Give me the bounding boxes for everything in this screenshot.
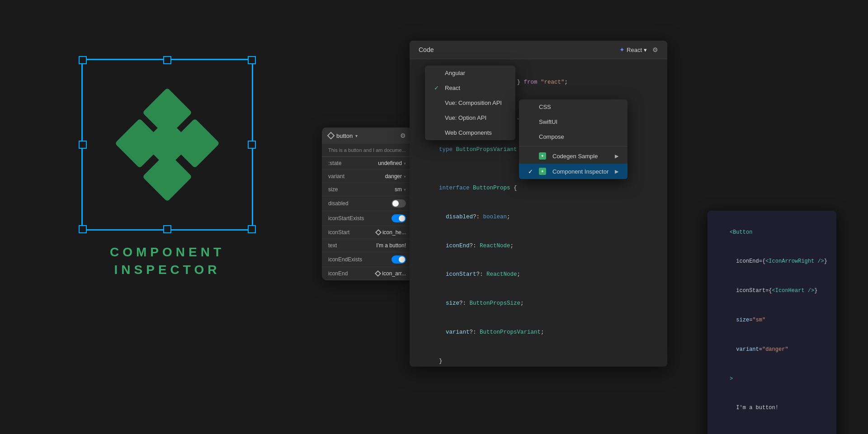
dropdown-label-angular: Angular bbox=[445, 70, 465, 76]
check-icon-selected: ✓ bbox=[528, 168, 535, 175]
prop-disabled-label: disabled bbox=[328, 200, 349, 207]
snippet-line-5: variant="danger" bbox=[717, 335, 827, 364]
prop-icon-end-exists-label: iconEndExists bbox=[328, 256, 362, 263]
icon-start-exists-toggle[interactable] bbox=[392, 214, 406, 222]
prop-state-label: :state bbox=[328, 160, 341, 166]
codegen-dropdown: CSS SwiftUI Compose ✦ Codegen Sample ▶ ✓… bbox=[519, 99, 627, 179]
dropdown-label-css: CSS bbox=[539, 104, 551, 110]
snippet-line-8: </Button> bbox=[717, 423, 827, 434]
snippet-line-6: > bbox=[717, 364, 827, 394]
corner-handle-br[interactable] bbox=[248, 225, 256, 233]
corner-handle-bm[interactable] bbox=[163, 225, 171, 233]
snippet-line-4: size="sm" bbox=[717, 306, 827, 335]
prop-size[interactable]: size sm ▾ bbox=[322, 183, 412, 196]
code-header: Code ✦ React ▾ ⚙ bbox=[410, 41, 667, 59]
chevron-down-icon: ▾ bbox=[404, 161, 406, 166]
dropdown-label-compose: Compose bbox=[539, 133, 564, 140]
check-icon bbox=[434, 99, 441, 106]
disabled-toggle[interactable] bbox=[392, 199, 406, 208]
dropdown-item-css[interactable]: CSS bbox=[519, 99, 627, 114]
code-line-12: } bbox=[419, 347, 658, 367]
corner-handle-ml[interactable] bbox=[79, 141, 87, 149]
prop-state[interactable]: :state undefined ▾ bbox=[322, 157, 412, 170]
prop-state-value[interactable]: undefined ▾ bbox=[378, 160, 406, 166]
dropdown-label-web-components: Web Components bbox=[445, 129, 492, 136]
dropdown-label-react: React bbox=[445, 85, 460, 91]
dropdown-item-compose[interactable]: Compose bbox=[519, 129, 627, 144]
dropdown-item-codegen-sample[interactable]: ✦ Codegen Sample ▶ bbox=[519, 148, 627, 164]
logo-area: COMPONENT INSPECTOR bbox=[72, 59, 262, 278]
prop-icon-start-value[interactable]: icon_he... bbox=[376, 229, 406, 236]
code-header-right: ✦ React ▾ ⚙ bbox=[619, 46, 658, 53]
snippet-line-3: iconStart={<IconHeart />} bbox=[717, 277, 827, 306]
code-line-11: variant?: ButtonPropsVariant; bbox=[419, 318, 658, 347]
snippet-line-7: I'm a button! bbox=[717, 394, 827, 423]
snippet-line-1: <Button bbox=[717, 218, 827, 247]
dropdown-label-swiftui: SwiftUI bbox=[539, 118, 557, 125]
code-settings-icon[interactable]: ⚙ bbox=[652, 46, 658, 53]
check-spacer bbox=[528, 153, 535, 160]
prop-size-value[interactable]: sm ▾ bbox=[395, 186, 406, 193]
plugin-icon-codegen: ✦ bbox=[539, 152, 546, 160]
code-line-9: iconStart?: ReactNode; bbox=[419, 260, 658, 289]
props-doc: This is a button and I am docume... bbox=[322, 144, 412, 157]
dropdown-item-swiftui[interactable]: SwiftUI bbox=[519, 114, 627, 129]
chevron-down-icon: ▾ bbox=[644, 47, 647, 53]
prop-icon-end-value[interactable]: icon_arr... bbox=[376, 270, 406, 277]
corner-handle-tr[interactable] bbox=[248, 56, 256, 64]
check-icon bbox=[434, 129, 441, 136]
props-header-left: button ▾ bbox=[328, 132, 358, 139]
prop-variant-value[interactable]: danger ▾ bbox=[385, 173, 406, 179]
prop-text-value: I'm a button! bbox=[376, 242, 406, 249]
prop-icon-end-label: iconEnd bbox=[328, 270, 348, 277]
diamond-bottom bbox=[142, 152, 192, 202]
prop-text[interactable]: text I'm a button! bbox=[322, 239, 412, 252]
prop-variant-label: variant bbox=[328, 173, 344, 179]
dropdown-item-web-components[interactable]: Web Components bbox=[425, 125, 515, 140]
check-icon bbox=[434, 114, 441, 121]
logo-title: COMPONENT INSPECTOR bbox=[110, 243, 225, 278]
component-name: button bbox=[336, 132, 353, 139]
prop-variant[interactable]: variant danger ▾ bbox=[322, 170, 412, 183]
chevron-down-icon: ▾ bbox=[355, 133, 358, 138]
dropdown-item-angular[interactable]: Angular bbox=[425, 66, 515, 80]
props-settings-icon[interactable]: ⚙ bbox=[400, 132, 406, 139]
icon-end-exists-toggle[interactable] bbox=[392, 255, 406, 264]
check-icon bbox=[434, 70, 441, 76]
dropdown-item-vue-option[interactable]: Vue: Option API bbox=[425, 110, 515, 125]
code-line-7: disabled?: boolean; bbox=[419, 203, 658, 232]
check-spacer bbox=[528, 104, 535, 110]
code-panel-title: Code bbox=[419, 46, 434, 53]
prop-size-label: size bbox=[328, 186, 338, 193]
prop-text-label: text bbox=[328, 242, 337, 249]
chevron-down-icon: ▾ bbox=[404, 187, 406, 192]
framework-dropdown: Angular ✓ React Vue: Composition API Vue… bbox=[425, 66, 515, 140]
check-spacer bbox=[528, 133, 535, 140]
corner-handle-mr[interactable] bbox=[248, 141, 256, 149]
dropdown-item-react[interactable]: ✓ React bbox=[425, 80, 515, 95]
check-icon: ✓ bbox=[434, 85, 441, 91]
code-line-10: size?: ButtonPropsSize; bbox=[419, 289, 658, 318]
corner-handle-bl[interactable] bbox=[79, 225, 87, 233]
dropdown-item-component-inspector[interactable]: ✓ ✦ Component Inspector ▶ bbox=[519, 164, 627, 179]
sparkle-icon: ✦ bbox=[619, 46, 625, 53]
prop-icon-start-exists: iconStartExists bbox=[322, 211, 412, 226]
prop-icon-end[interactable]: iconEnd icon_arr... bbox=[322, 267, 412, 280]
arrow-right-icon: ▶ bbox=[615, 153, 618, 159]
code-line-8: iconEnd?: ReactNode; bbox=[419, 231, 658, 260]
prop-icon-start[interactable]: iconStart icon_he... bbox=[322, 226, 412, 239]
snippet-line-2: iconEnd={<IconArrowRight />} bbox=[717, 247, 827, 277]
props-panel: button ▾ ⚙ This is a button and I am doc… bbox=[322, 127, 412, 280]
corner-handle-tl[interactable] bbox=[79, 56, 87, 64]
props-header: button ▾ ⚙ bbox=[322, 127, 412, 144]
corner-handle-tm[interactable] bbox=[163, 56, 171, 64]
prop-icon-start-label: iconStart bbox=[328, 229, 349, 236]
logo-frame bbox=[81, 59, 253, 231]
framework-selector[interactable]: ✦ React ▾ bbox=[619, 46, 647, 53]
dropdown-item-vue-composition[interactable]: Vue: Composition API bbox=[425, 95, 515, 110]
icon-diamond-icon bbox=[375, 229, 382, 236]
code-snippet-overlay: <Button iconEnd={<IconArrowRight />} ico… bbox=[708, 211, 836, 434]
divider bbox=[519, 146, 627, 146]
check-spacer bbox=[528, 118, 535, 125]
dropdown-label-vue-option: Vue: Option API bbox=[445, 114, 486, 121]
